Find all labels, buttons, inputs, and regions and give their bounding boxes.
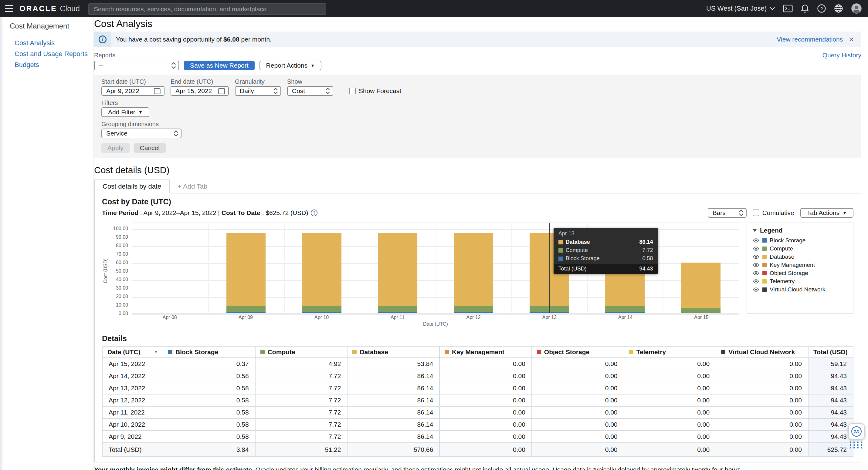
eye-icon[interactable] [753, 270, 760, 276]
series-swatch [558, 240, 563, 244]
column-header-telemetry[interactable]: Telemetry [624, 346, 716, 358]
drag-handle-dots[interactable] [850, 441, 863, 448]
bar-apr-15[interactable] [681, 263, 720, 313]
collapse-triangle-icon[interactable] [753, 229, 757, 232]
report-actions-button[interactable]: Report Actions▼ [259, 61, 321, 70]
column-label: Block Storage [176, 348, 218, 356]
value-cell: 94.43 [808, 370, 853, 382]
column-header-total-usd[interactable]: Total (USD) [808, 346, 853, 358]
legend-item-compute: Compute [753, 245, 847, 252]
tooltip-row: Database86.14 [554, 238, 658, 246]
hamburger-menu-icon[interactable] [0, 0, 18, 17]
info-icon[interactable] [310, 209, 318, 216]
oracle-cloud-logo[interactable]: ORACLE Cloud [20, 4, 80, 13]
y-tick-label: 30.00 [116, 286, 128, 291]
add-filter-button[interactable]: Add Filter▼ [101, 107, 149, 117]
legend-label: Database [770, 254, 794, 260]
column-header-database[interactable]: Database [347, 346, 439, 358]
sort-icon[interactable]: ▼ [154, 350, 158, 354]
bar-segment-database [378, 233, 417, 306]
sidebar-item-budgets[interactable]: Budgets [0, 60, 93, 70]
column-header-date-utc[interactable]: Date (UTC)▼ [102, 346, 163, 358]
apply-button[interactable]: Apply [101, 143, 130, 153]
view-recommendations-link[interactable]: View recommendations [777, 36, 843, 43]
gridline [208, 223, 209, 313]
notifications-bell-icon[interactable] [801, 4, 809, 13]
tab-actions-button[interactable]: Tab Actions▼ [800, 208, 854, 218]
series-swatch [763, 279, 767, 283]
value-cell: 0.37 [163, 358, 255, 370]
tooltip-value: 7.72 [643, 247, 653, 254]
time-period-summary: Time Period : Apr 9, 2022–Apr 15, 2022 |… [102, 209, 318, 216]
grouping-dimensions-select[interactable]: Service [101, 129, 182, 138]
series-swatch [763, 255, 767, 259]
start-date-label: Start date (UTC) [101, 78, 164, 85]
chevron-down-icon: ▼ [138, 108, 143, 116]
bar-apr-11[interactable] [378, 233, 417, 313]
y-tick-label: 20.00 [116, 294, 128, 299]
brand-oracle: ORACLE [20, 4, 57, 13]
bar-apr-10[interactable] [302, 233, 341, 313]
cancel-button[interactable]: Cancel [134, 143, 166, 153]
value-cell: 94.43 [808, 431, 853, 443]
page-title: Cost Analysis [94, 18, 861, 29]
cumulative-checkbox[interactable]: Cumulative [753, 209, 794, 216]
column-header-block-storage[interactable]: Block Storage [163, 346, 255, 358]
sidebar-item-cost-and-usage-reports[interactable]: Cost and Usage Reports [0, 48, 93, 60]
user-avatar[interactable] [851, 3, 862, 14]
cloud-shell-icon[interactable] [783, 4, 793, 13]
start-date-input[interactable]: Apr 9, 2022 [101, 86, 164, 96]
value-cell: 59.12 [808, 358, 853, 370]
add-tab-button[interactable]: + Add Tab [169, 180, 215, 193]
bar-segment-block-storage [605, 312, 645, 313]
y-tick-label: 100.00 [113, 226, 128, 231]
value-cell: 0.00 [716, 370, 808, 382]
eye-icon[interactable] [753, 245, 760, 252]
value-cell: 0.00 [624, 358, 716, 370]
granularity-select[interactable]: Daily [235, 86, 281, 96]
cost-by-date-chart: Cost (USD) 0.0010.0020.0030.0040.0050.00… [102, 223, 739, 327]
column-header-virtual-cloud-network[interactable]: Virtual Cloud Network [716, 346, 808, 358]
tab-cost-details-by-date[interactable]: Cost details by date [94, 179, 169, 194]
close-icon[interactable]: ✕ [848, 35, 855, 44]
reports-select[interactable]: -- [94, 61, 179, 70]
search-input[interactable] [88, 3, 326, 15]
chart-title: Cost by Date (UTC) [102, 197, 854, 206]
eye-icon[interactable] [753, 286, 760, 293]
cost-details-table: Date (UTC)▼Block StorageComputeDatabaseK… [102, 346, 854, 457]
value-cell: 0.58 [163, 382, 255, 394]
save-as-new-report-button[interactable]: Save as New Report [184, 61, 255, 70]
calendar-icon [218, 87, 225, 95]
show-forecast-checkbox[interactable]: Show Forecast [349, 87, 401, 96]
support-people-icon [851, 426, 862, 437]
column-header-compute[interactable]: Compute [255, 346, 347, 358]
bar-apr-09[interactable] [226, 233, 266, 313]
x-tick-label: Apr 12 [436, 315, 512, 320]
gridline [132, 314, 739, 315]
legend-title: Legend [760, 227, 783, 234]
column-header-key-management[interactable]: Key Management [439, 346, 532, 358]
bar-apr-12[interactable] [454, 233, 493, 313]
tooltip-date: Apr 13 [554, 228, 658, 238]
granularity-label: Granularity [235, 78, 281, 85]
region-selector[interactable]: US West (San Jose) [706, 5, 775, 12]
assistant-widget-button[interactable] [848, 423, 865, 440]
value-cell: 0.00 [716, 394, 808, 406]
eye-icon[interactable] [753, 278, 760, 285]
sidebar-item-cost-analysis[interactable]: Cost Analysis [0, 38, 93, 48]
value-cell: 7.72 [255, 431, 347, 443]
help-icon[interactable]: ? [817, 4, 826, 13]
eye-icon[interactable] [753, 237, 760, 244]
column-header-object-storage[interactable]: Object Storage [532, 346, 624, 358]
eye-icon[interactable] [753, 262, 760, 268]
show-select[interactable]: Cost [287, 86, 333, 96]
chart-type-select[interactable]: Bars [708, 208, 747, 218]
legend-label: Virtual Cloud Network [770, 286, 825, 293]
eye-icon[interactable] [753, 254, 760, 260]
tooltip-row: Compute7.72 [554, 246, 658, 255]
calendar-icon [154, 87, 161, 95]
end-date-input[interactable]: Apr 15, 2022 [170, 86, 229, 96]
series-swatch [445, 350, 449, 354]
query-history-link[interactable]: Query History [823, 52, 861, 59]
globe-language-icon[interactable] [834, 4, 843, 13]
